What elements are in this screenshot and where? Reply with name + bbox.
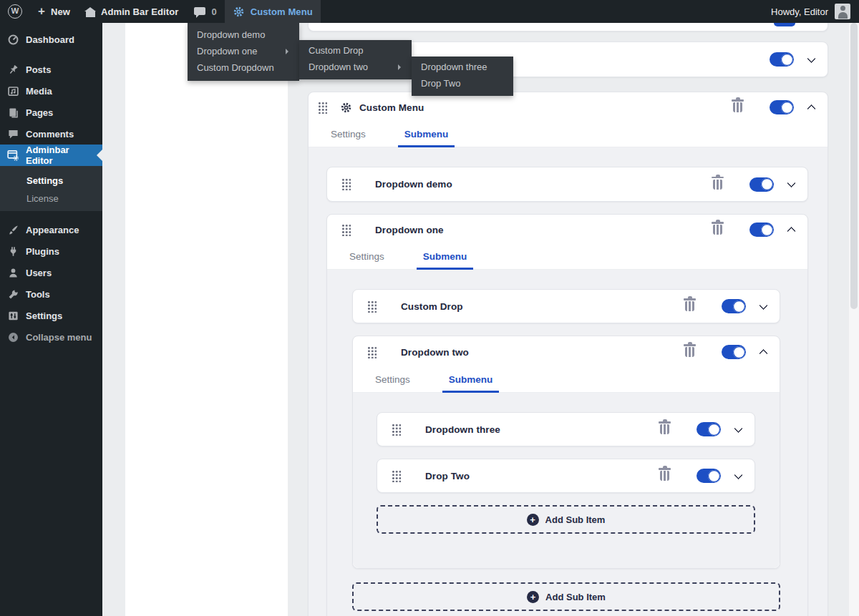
sidebar-item-appearance[interactable]: Appearance xyxy=(0,219,102,240)
users-icon xyxy=(6,266,19,279)
delete-button[interactable] xyxy=(732,101,744,114)
dropdown-item-dropdown-two[interactable]: Dropdown two xyxy=(299,59,412,75)
comments-adminbar-button[interactable]: 0 xyxy=(186,0,224,23)
pin-icon xyxy=(6,63,19,76)
sidebar-item-collapse-menu[interactable]: Collapse menu xyxy=(0,326,102,348)
media-icon xyxy=(6,84,19,97)
sidebar-subitem-license[interactable]: License xyxy=(0,190,102,207)
delete-button[interactable] xyxy=(684,300,696,313)
sidebar-item-posts[interactable]: Posts xyxy=(0,59,102,80)
collapse-button[interactable] xyxy=(785,224,797,236)
collapse-button[interactable] xyxy=(805,102,817,114)
drag-handle[interactable] xyxy=(392,424,401,436)
chevron-down-icon xyxy=(787,179,796,188)
item-title: Dropdown one xyxy=(375,225,444,235)
sidebar-subitem-settings[interactable]: Settings xyxy=(0,172,102,190)
tab-submenu[interactable]: Submenu xyxy=(442,368,500,393)
wrench-icon xyxy=(6,288,19,300)
dropdown-item-dropdown-demo[interactable]: Dropdown demo xyxy=(188,26,299,43)
tab-settings[interactable]: Settings xyxy=(369,368,417,392)
plus-glyph: + xyxy=(530,515,535,524)
sidebar-item-dashboard[interactable]: Dashboard xyxy=(0,29,102,50)
sidebar-item-adminbar-editor[interactable]: Adminbar Editor xyxy=(0,145,102,166)
tab-settings[interactable]: Settings xyxy=(324,122,372,147)
chevron-down-icon xyxy=(734,424,743,433)
expand-button[interactable] xyxy=(732,424,744,436)
scrollbar-track[interactable] xyxy=(849,23,859,616)
add-sub-item-button[interactable]: + Add Sub Item xyxy=(377,505,755,534)
enabled-toggle[interactable] xyxy=(774,23,795,26)
adminbar-items-list: Custom Menu Settings Submenu Dropdown de… xyxy=(308,23,828,616)
new-label: New xyxy=(51,6,70,17)
delete-button[interactable] xyxy=(659,469,671,482)
sidebar-item-label: Collapse menu xyxy=(26,332,92,343)
user-avatar[interactable] xyxy=(835,4,850,19)
wp-logo-button[interactable]: W xyxy=(0,0,30,23)
enabled-toggle[interactable] xyxy=(770,52,794,67)
dropdown-item-label: Dropdown two xyxy=(309,62,368,72)
enabled-toggle[interactable] xyxy=(770,100,794,114)
delete-button[interactable] xyxy=(712,223,724,236)
tab-submenu[interactable]: Submenu xyxy=(417,245,474,270)
sidebar-item-media[interactable]: Media xyxy=(0,80,102,102)
chevron-up-icon xyxy=(787,226,796,235)
custom-menu-adminbar-item[interactable]: Custom Menu xyxy=(225,0,321,23)
expand-button[interactable] xyxy=(785,178,797,190)
drag-handle[interactable] xyxy=(318,102,327,114)
sidebar-item-users[interactable]: Users xyxy=(0,262,102,283)
dropdown-item-custom-drop[interactable]: Custom Drop xyxy=(299,42,412,59)
drag-handle[interactable] xyxy=(392,470,401,482)
delete-button[interactable] xyxy=(712,178,724,191)
sidebar-item-label: Tools xyxy=(26,289,50,300)
trash-icon xyxy=(685,347,694,357)
enabled-toggle[interactable] xyxy=(697,422,721,436)
sidebar-item-comments[interactable]: Comments xyxy=(0,123,102,145)
item-card-custom-menu: Custom Menu Settings Submenu Dropdown de… xyxy=(308,92,828,616)
enabled-toggle[interactable] xyxy=(697,469,721,483)
submenu-arrow-icon xyxy=(398,64,401,70)
sidebar-item-pages[interactable]: Pages xyxy=(0,102,102,123)
expand-button[interactable] xyxy=(732,470,744,482)
drag-handle[interactable] xyxy=(367,346,377,358)
tab-settings[interactable]: Settings xyxy=(343,245,391,269)
sidebar-item-tools[interactable]: Tools xyxy=(0,283,102,305)
dropdown-item-label: Dropdown demo xyxy=(197,29,265,40)
dropdown-item-drop-two[interactable]: Drop Two xyxy=(412,75,513,92)
new-content-button[interactable]: + New xyxy=(30,0,78,23)
enabled-toggle[interactable] xyxy=(749,177,774,192)
expand-button[interactable] xyxy=(805,54,817,66)
custom-menu-label: Custom Menu xyxy=(251,6,313,17)
adminbar-editor-icon xyxy=(6,149,19,162)
delete-button[interactable] xyxy=(659,423,671,436)
enabled-toggle[interactable] xyxy=(722,299,746,313)
drag-handle[interactable] xyxy=(341,224,351,236)
howdy-label[interactable]: Howdy, Editor xyxy=(771,6,828,17)
sidebar-item-settings[interactable]: Settings xyxy=(0,305,102,326)
tab-submenu[interactable]: Submenu xyxy=(398,122,455,147)
sidebar-item-label: Adminbar Editor xyxy=(26,145,97,166)
dropdown-item-dropdown-one[interactable]: Dropdown one xyxy=(188,43,299,59)
collapse-button[interactable] xyxy=(757,346,770,358)
dropdown-item-custom-dropdown[interactable]: Custom Dropdown xyxy=(188,59,299,76)
delete-button[interactable] xyxy=(684,346,696,358)
dropdown-item-label: Drop Two xyxy=(421,78,460,89)
trash-icon xyxy=(660,424,669,434)
custom-menu-dropdown-level3: Dropdown three Drop Two xyxy=(412,57,513,96)
drag-handle[interactable] xyxy=(341,178,351,190)
drag-handle[interactable] xyxy=(367,300,377,313)
dropdown-item-label: Custom Dropdown xyxy=(197,62,274,73)
expand-button[interactable] xyxy=(757,300,770,313)
item-title: Dropdown two xyxy=(401,347,469,358)
enabled-toggle[interactable] xyxy=(722,345,746,359)
enabled-toggle[interactable] xyxy=(749,223,774,237)
sidebar-item-plugins[interactable]: Plugins xyxy=(0,240,102,262)
item-title: Custom Drop xyxy=(401,301,463,312)
chevron-down-icon xyxy=(807,54,816,63)
scrollbar-thumb[interactable] xyxy=(850,23,858,309)
dropdown-item-dropdown-three[interactable]: Dropdown three xyxy=(412,59,513,75)
dashboard-icon xyxy=(6,33,19,46)
item-card-dropdown-demo: Dropdown demo xyxy=(326,167,808,202)
site-name-button[interactable]: Admin Bar Editor xyxy=(78,0,187,23)
add-sub-item-button[interactable]: + Add Sub Item xyxy=(352,582,780,611)
item-tabs: Settings Submenu xyxy=(327,245,807,270)
